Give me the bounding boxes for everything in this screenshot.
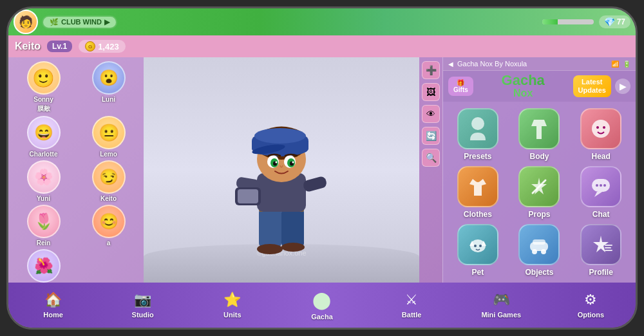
gacha-label: Gacha [311, 313, 333, 321]
svg-point-22 [276, 162, 278, 163]
svg-point-2 [257, 244, 283, 254]
list-item[interactable]: 🌺 Ellise [12, 249, 75, 283]
nav-studio[interactable]: 📷 Studio [98, 283, 187, 328]
list-item[interactable]: 😊 a [77, 205, 140, 247]
objects-button[interactable]: Objects [511, 224, 568, 277]
avatar[interactable]: 😏 [92, 160, 126, 194]
avatar[interactable]: 😐 [92, 116, 126, 149]
svg-point-41 [532, 249, 537, 254]
list-item[interactable]: 😮 Luni [77, 61, 140, 113]
latest-updates-button[interactable]: LatestUpdates [573, 75, 611, 97]
chat-button[interactable]: Chat [573, 166, 629, 219]
right-tools: ➕ 🖼 👁 🔄 🔍 [419, 57, 442, 283]
svg-point-24 [471, 117, 484, 130]
rotate-button[interactable]: 🔄 [422, 127, 440, 145]
char-name: Yuni [37, 195, 50, 202]
battery-icon: 🔋 [623, 61, 630, 68]
list-item[interactable]: 😐 Lemo [77, 116, 140, 158]
nav-minigames[interactable]: 🎮 Mini Games [457, 283, 546, 328]
nav-options[interactable]: ⚙ Options [546, 283, 636, 328]
zoom-out-button[interactable]: 🔍 [422, 149, 440, 167]
top-bar: 🧑 🌿 CLUB WIND ▶ 💎 77 [8, 8, 636, 35]
props-icon [518, 166, 560, 207]
avatar[interactable]: 🌺 [27, 249, 61, 283]
svg-rect-45 [605, 247, 611, 248]
svg-rect-9 [238, 189, 258, 203]
avatar[interactable]: 😄 [27, 116, 61, 149]
battle-icon: ⚔ [405, 292, 418, 308]
body-label: Body [529, 152, 549, 161]
list-item[interactable]: 🙂 Sonny 膜敵 [12, 61, 75, 113]
props-button[interactable]: Props [511, 166, 568, 219]
gem-display: 💎 77 [599, 15, 630, 28]
props-label: Props [528, 210, 550, 219]
presets-button[interactable]: Presets [450, 108, 506, 161]
player-bar: Keito Lv.1 G 1,423 [8, 35, 636, 57]
arrow-button[interactable]: ▶ [615, 79, 630, 94]
body-button[interactable]: Body [511, 108, 568, 161]
profile-button[interactable]: Profile [573, 224, 629, 277]
gift-icon: 🎁 [457, 79, 464, 86]
xp-bar-container [542, 19, 594, 24]
phone-screen: 🧑 🌿 CLUB WIND ▶ 💎 77 Keito [8, 8, 636, 328]
club-icon: 🌿 [50, 18, 59, 26]
home-icon: 🏠 [44, 292, 62, 308]
gifts-button[interactable]: 🎁 Gifts [448, 77, 473, 96]
right-panel: ◀ Gacha Nox By Noxula 📶 🔋 🎁 Gifts Gacha … [442, 57, 636, 283]
coin-icon: G [85, 41, 95, 51]
gem-count: 77 [617, 17, 625, 26]
studio-label: Studio [132, 311, 154, 319]
svg-point-26 [596, 126, 599, 129]
svg-point-27 [603, 126, 605, 129]
svg-point-38 [479, 245, 482, 247]
avatar[interactable]: 🌸 [27, 160, 61, 194]
avatar[interactable]: 😮 [92, 61, 126, 95]
profile-label: Profile [589, 268, 612, 277]
main-character [223, 109, 339, 276]
pet-button[interactable]: Pet [450, 224, 506, 277]
menu-grid: Presets Body Head [443, 102, 636, 283]
add-character-button[interactable]: ➕ [422, 61, 440, 79]
list-item[interactable]: 😄 Charlotte [12, 116, 75, 158]
minigames-label: Mini Games [481, 311, 521, 319]
background-button[interactable]: 🖼 [422, 83, 440, 101]
avatar[interactable]: 🙂 [27, 61, 61, 95]
svg-rect-40 [533, 239, 545, 245]
svg-point-3 [281, 243, 305, 252]
gacha-logo: Gacha Nox [477, 73, 569, 99]
gacha-header-title: Gacha Nox By Noxula [457, 60, 607, 68]
list-item[interactable]: 🌷 Rein [12, 205, 75, 247]
nav-battle[interactable]: ⚔ Battle [367, 283, 457, 328]
nav-gacha[interactable]: ⬤ Gacha [277, 283, 366, 328]
char-name: Lemo [100, 151, 117, 158]
nav-home[interactable]: 🏠 Home [8, 283, 98, 328]
svg-rect-0 [259, 209, 281, 247]
wifi-icon: 📶 [611, 61, 619, 68]
char-name: Luni [102, 96, 115, 103]
char-name2: 膜敵 [37, 104, 50, 113]
avatar[interactable]: 🌷 [27, 205, 61, 238]
chat-icon [580, 166, 621, 207]
nav-units[interactable]: ⭐ Units [187, 283, 277, 328]
head-label: Head [591, 152, 610, 161]
clothes-button[interactable]: Clothes [450, 166, 506, 219]
svg-point-14 [254, 128, 306, 144]
gifts-section: 🎁 Gifts Gacha Nox LatestUpdates ▶ [443, 71, 636, 102]
gacha-icon: ⬤ [312, 290, 331, 310]
clothes-icon [457, 166, 498, 207]
toggle-view-button[interactable]: 👁 [422, 105, 440, 123]
presets-icon [457, 108, 498, 149]
xp-fill [542, 19, 558, 24]
coin-display: G 1,423 [79, 40, 126, 53]
svg-point-37 [474, 245, 477, 247]
list-item[interactable]: 🌸 Yuni [12, 160, 75, 202]
left-panel: 🙂 Sonny 膜敵 😮 Luni 😄 Charlotte 😐 [8, 57, 144, 283]
list-item[interactable]: 😏 Keito [77, 160, 140, 202]
profile-icon [580, 224, 621, 265]
avatar[interactable]: 😊 [92, 205, 126, 238]
head-button[interactable]: Head [573, 108, 629, 161]
coin-amount: 1,423 [98, 42, 119, 51]
char-name: a [107, 239, 111, 247]
gem-icon: 💎 [604, 17, 615, 27]
phone-frame: 🧑 🌿 CLUB WIND ▶ 💎 77 Keito [6, 6, 638, 330]
